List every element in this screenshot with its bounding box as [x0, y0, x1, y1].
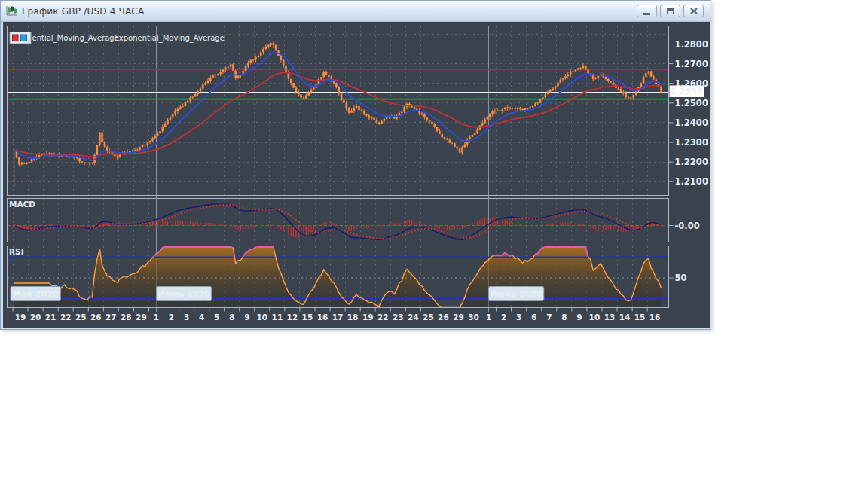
price-axis: 1.28001.27001.26001.25001.24001.23001.22…	[668, 39, 708, 188]
time-tick-label: 11	[272, 313, 283, 322]
time-tick-label: 9	[576, 313, 582, 322]
price-tick-label: 1.2800	[675, 39, 708, 50]
time-axis: 1920212225262728291234589101112151617181…	[13, 308, 660, 322]
price-tick-label: 1.2400	[675, 117, 708, 128]
month-label: Май 2020	[11, 287, 60, 301]
title-bar[interactable]: График GBP /USD 4 ЧАСА	[1, 1, 711, 22]
minimize-button[interactable]	[637, 5, 657, 17]
time-tick-label: 8	[229, 313, 234, 322]
time-tick-label: 26	[438, 313, 449, 322]
time-tick-label: 15	[634, 313, 646, 322]
time-tick-label: 20	[30, 313, 41, 322]
time-tick-label: 23	[393, 313, 404, 322]
rsi-label: RSI	[9, 247, 24, 256]
window-title: График GBP /USD 4 ЧАСА	[22, 6, 144, 17]
time-tick-label: 26	[90, 313, 102, 322]
time-tick-label: 2	[501, 313, 506, 322]
time-tick-label: 3	[516, 313, 521, 322]
time-tick-label: 25	[75, 313, 87, 322]
legend-fast-ema-label: ential_Moving_Average	[32, 34, 119, 43]
chart-canvas[interactable]: 1.28001.27001.26001.25001.24001.23001.22…	[3, 22, 710, 328]
window-controls	[637, 5, 707, 17]
time-tick-label: 19	[362, 313, 374, 322]
svg-text:Июнь 2020: Июнь 2020	[158, 289, 210, 299]
time-tick-label: 25	[423, 313, 434, 322]
time-tick-label: 4	[199, 313, 204, 322]
time-tick-label: 21	[45, 313, 57, 322]
rsi-axis-label: 50	[675, 273, 687, 283]
desktop-background: График GBP /USD 4 ЧАСА 1.28001.27001.260…	[0, 0, 868, 488]
time-tick-label: 9	[244, 313, 249, 322]
time-tick-label: 28	[121, 313, 132, 322]
price-tick-label: 1.2200	[675, 157, 708, 167]
macd-label: MACD	[9, 200, 35, 209]
legend-red-swatch-icon	[13, 35, 19, 41]
restore-icon	[667, 8, 674, 14]
time-tick-label: 5	[214, 313, 219, 322]
time-tick-label: 24	[408, 313, 419, 322]
time-tick-label: 19	[15, 313, 26, 322]
price-tick-label: 1.2500	[675, 98, 708, 108]
restore-button[interactable]	[660, 5, 680, 17]
time-tick-label: 16	[649, 313, 661, 322]
time-tick-label: 3	[184, 313, 189, 322]
close-icon	[690, 8, 698, 14]
time-tick-label: 22	[60, 313, 72, 322]
time-tick-label: 1	[486, 313, 491, 322]
time-tick-label: 8	[561, 313, 567, 322]
rsi-panel-plot-area[interactable]	[8, 246, 669, 308]
time-tick-label: 29	[136, 313, 147, 322]
chart-window: График GBP /USD 4 ЧАСА 1.28001.27001.260…	[0, 0, 711, 330]
time-tick-label: 22	[377, 313, 389, 322]
svg-text:Июль 2020: Июль 2020	[491, 289, 543, 299]
close-button[interactable]	[683, 5, 704, 17]
time-tick-label: 10	[256, 313, 267, 322]
legend-blue-swatch-icon	[21, 35, 27, 41]
time-tick-label: 30	[468, 313, 479, 322]
time-tick-label: 18	[347, 313, 359, 322]
price-tick-label: 1.2100	[675, 176, 708, 187]
price-panel-plot-area[interactable]	[8, 26, 669, 196]
chart-client-area: 1.28001.27001.26001.25001.24001.23001.22…	[3, 22, 710, 328]
macd-panel-plot-area[interactable]	[8, 199, 669, 242]
time-tick-label: 15	[302, 313, 313, 322]
price-tick-label: 1.2700	[675, 59, 708, 69]
month-label: Июнь 2020	[157, 287, 212, 301]
time-tick-label: 29	[453, 313, 464, 322]
time-tick-label: 7	[546, 313, 552, 322]
time-tick-label: 13	[604, 313, 616, 322]
time-tick-label: 14	[619, 313, 631, 322]
time-tick-label: 27	[105, 313, 117, 322]
month-label: Июль 2020	[489, 287, 544, 301]
time-tick-label: 2	[169, 313, 174, 322]
time-tick-label: 12	[287, 313, 298, 322]
time-tick-label: 1	[154, 313, 159, 322]
time-tick-label: 10	[589, 313, 601, 322]
macd-axis-label: -0.00	[675, 221, 700, 231]
time-tick-label: 6	[531, 313, 536, 322]
price-tick-label: 1.2300	[675, 137, 708, 148]
svg-text:Май 2020: Май 2020	[13, 289, 59, 299]
current-price-tag: 1.2553	[670, 86, 704, 98]
chart-window-icon	[5, 5, 18, 17]
minimize-icon	[643, 13, 650, 15]
svg-text:1.2553: 1.2553	[671, 87, 702, 96]
time-tick-label: 17	[332, 313, 344, 322]
time-tick-label: 16	[317, 313, 329, 322]
legend-slow-ema-label: Exponential_Moving_Average	[115, 34, 225, 43]
